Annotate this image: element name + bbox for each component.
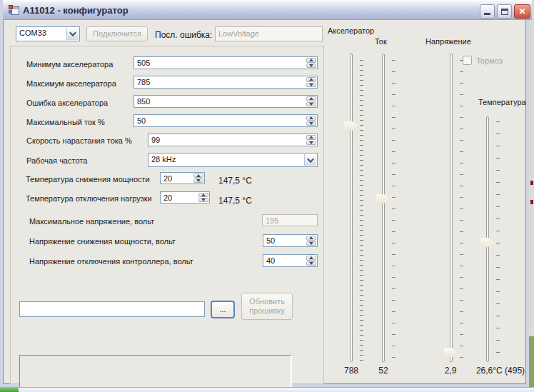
temperature-slider-ticks <box>496 121 500 360</box>
close-button[interactable]: ✕ <box>514 4 530 19</box>
accel-min-label: Минимум акселератора <box>26 60 113 69</box>
accelerator-slider-ticks <box>360 60 363 361</box>
voltage-slider-ticks <box>460 60 463 361</box>
taskbar[interactable] <box>0 387 534 392</box>
max-current-value: 50 <box>137 116 146 125</box>
accelerator-slider-label: Акселератор <box>328 26 374 35</box>
minimize-button[interactable] <box>480 4 495 19</box>
com-port-select[interactable]: COM33 <box>16 26 80 41</box>
volt-cutoff-value: 40 <box>266 256 275 265</box>
temp-cutoff-value: 20 <box>163 194 172 202</box>
spin-up-button[interactable] <box>306 256 316 261</box>
spin-up-button[interactable] <box>306 236 316 241</box>
accel-max-label: Максимум акселератора <box>26 79 116 88</box>
volt-cutoff-label: Напряжение отключения контроллера, вольт <box>29 257 193 266</box>
current-slider-thumb[interactable] <box>376 194 390 203</box>
window-title: A11012 - конфигуратор <box>23 5 129 16</box>
accel-min-value: 505 <box>137 59 150 67</box>
last-error-label: Посл. ошибка: <box>155 30 212 40</box>
temp-cutoff-field[interactable]: 20 <box>160 191 210 203</box>
current-rise-value: 99 <box>151 136 160 144</box>
temp-cutoff-readout: 147,5 °C <box>218 196 252 206</box>
temp-derate-readout: 147,5 °C <box>218 176 252 186</box>
temp-derate-label: Температура снижения мощности <box>26 175 150 184</box>
background-mark <box>530 181 533 185</box>
spin-down-button[interactable] <box>198 198 208 202</box>
spin-down-button[interactable] <box>306 261 316 266</box>
spin-down-button[interactable] <box>306 83 316 88</box>
max-current-field[interactable]: 50 <box>134 114 318 127</box>
brake-checkbox-label: Тормоз <box>476 56 503 65</box>
temperature-slider-thumb[interactable] <box>480 238 494 247</box>
firmware-path-input[interactable] <box>19 301 205 317</box>
accel-min-field[interactable]: 505 <box>134 56 318 69</box>
close-icon: ✕ <box>518 6 525 16</box>
start-button[interactable] <box>0 387 19 392</box>
brake-checkbox[interactable] <box>463 56 472 65</box>
volt-max-field: 195 <box>262 214 318 226</box>
spin-up-button[interactable] <box>306 96 316 101</box>
current-slider-track[interactable] <box>382 54 385 362</box>
accel-max-field[interactable]: 785 <box>134 76 318 89</box>
volt-cutoff-field[interactable]: 40 <box>263 254 318 267</box>
screen: A11012 - конфигуратор ✕ COM33 Подключитс… <box>0 0 534 392</box>
spin-down-button[interactable] <box>306 241 316 246</box>
volt-derate-value: 50 <box>266 236 275 245</box>
browse-button[interactable]: ... <box>211 301 235 318</box>
last-error-field: LowVoltage <box>215 26 323 41</box>
accelerator-slider-track[interactable] <box>350 54 353 362</box>
frequency-select[interactable]: 28 kHz <box>148 153 318 167</box>
spin-down-button[interactable] <box>306 121 316 126</box>
chevron-down-icon[interactable] <box>66 28 79 40</box>
background-window-fragment <box>529 336 534 387</box>
spin-down-button[interactable] <box>306 141 316 146</box>
spin-down-button[interactable] <box>306 102 316 107</box>
chevron-down-icon[interactable] <box>304 154 316 166</box>
accelerator-slider-thumb[interactable] <box>344 121 358 131</box>
accel-error-label: Ошибка акселератора <box>26 99 108 107</box>
log-panel <box>19 355 292 387</box>
temp-cutoff-label: Температура отключения нагрузки <box>26 194 152 203</box>
spin-up-button[interactable] <box>306 116 316 121</box>
accelerator-value: 788 <box>333 366 369 376</box>
accel-error-field[interactable]: 850 <box>134 95 318 108</box>
update-firmware-button[interactable]: Обновить прошивку <box>241 293 293 320</box>
current-slider-ticks <box>392 60 396 361</box>
spin-down-button[interactable] <box>306 64 316 69</box>
voltage-slider-label: Напряжение <box>425 37 471 46</box>
app-icon <box>9 5 19 15</box>
current-value: 52 <box>366 366 401 376</box>
voltage-slider-track[interactable] <box>450 54 453 362</box>
background-mark <box>530 200 533 204</box>
spin-up-button[interactable] <box>306 77 316 82</box>
minimize-icon <box>484 13 490 15</box>
spin-up-button[interactable] <box>198 193 208 197</box>
accel-max-value: 785 <box>137 78 150 86</box>
accel-error-value: 850 <box>137 97 150 106</box>
volt-max-label: Максимальное напряжение, вольт <box>29 217 154 226</box>
max-current-label: Максимальный ток % <box>26 118 105 126</box>
app-window: A11012 - конфигуратор ✕ COM33 Подключитс… <box>0 0 529 387</box>
desktop-background-strip <box>529 0 534 392</box>
com-port-value: COM33 <box>19 29 46 37</box>
frequency-value: 28 kHz <box>151 155 176 164</box>
temp-derate-field[interactable]: 20 <box>160 172 205 184</box>
maximize-button[interactable] <box>497 4 512 19</box>
current-slider-label: Ток <box>375 37 387 46</box>
volt-derate-label: Напряжение снижения мощности, вольт <box>29 237 176 246</box>
frequency-label: Рабочая частота <box>26 156 87 165</box>
spin-up-button[interactable] <box>306 58 316 63</box>
connect-button[interactable]: Подключится <box>86 26 148 41</box>
volt-derate-field[interactable]: 50 <box>263 234 318 247</box>
titlebar[interactable]: A11012 - конфигуратор ✕ <box>3 0 532 20</box>
temperature-value: 26,6°C (495) <box>465 366 534 376</box>
spin-down-button[interactable] <box>193 179 203 183</box>
spin-up-button[interactable] <box>306 135 316 140</box>
spin-up-button[interactable] <box>193 174 203 178</box>
voltage-slider-thumb[interactable] <box>444 348 458 357</box>
current-rise-field[interactable]: 99 <box>148 134 318 146</box>
temp-derate-value: 20 <box>163 174 172 183</box>
current-rise-label: Скорость нарастания тока % <box>26 136 132 145</box>
temperature-slider-label: Температура <box>478 98 526 106</box>
maximize-icon <box>501 9 508 15</box>
